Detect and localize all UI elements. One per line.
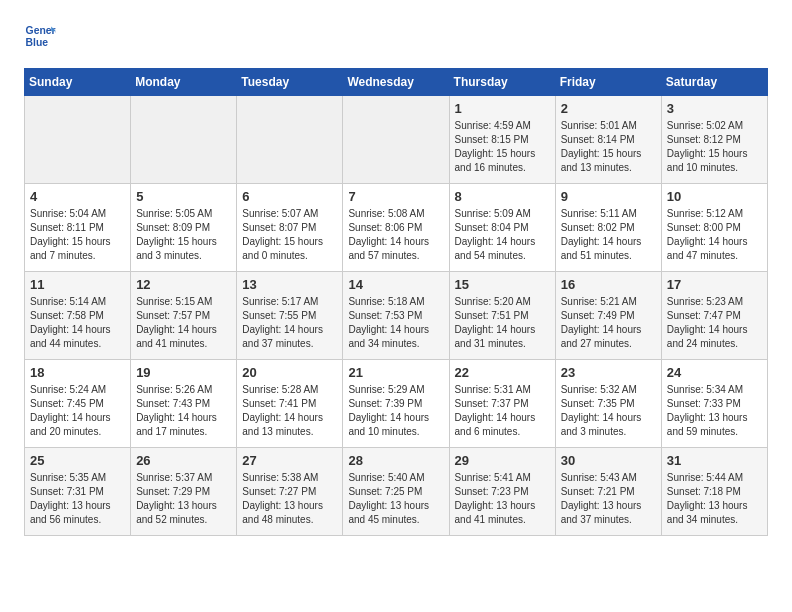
day-number: 17	[667, 277, 762, 292]
calendar-cell: 28Sunrise: 5:40 AM Sunset: 7:25 PM Dayli…	[343, 448, 449, 536]
day-info: Sunrise: 5:43 AM Sunset: 7:21 PM Dayligh…	[561, 471, 656, 527]
day-number: 10	[667, 189, 762, 204]
calendar-cell: 19Sunrise: 5:26 AM Sunset: 7:43 PM Dayli…	[131, 360, 237, 448]
day-number: 23	[561, 365, 656, 380]
day-number: 29	[455, 453, 550, 468]
day-info: Sunrise: 5:08 AM Sunset: 8:06 PM Dayligh…	[348, 207, 443, 263]
day-info: Sunrise: 5:31 AM Sunset: 7:37 PM Dayligh…	[455, 383, 550, 439]
svg-text:Blue: Blue	[26, 37, 49, 48]
calendar-cell: 15Sunrise: 5:20 AM Sunset: 7:51 PM Dayli…	[449, 272, 555, 360]
day-info: Sunrise: 5:44 AM Sunset: 7:18 PM Dayligh…	[667, 471, 762, 527]
weekday-header: Saturday	[661, 69, 767, 96]
calendar-cell: 30Sunrise: 5:43 AM Sunset: 7:21 PM Dayli…	[555, 448, 661, 536]
day-info: Sunrise: 5:18 AM Sunset: 7:53 PM Dayligh…	[348, 295, 443, 351]
day-info: Sunrise: 5:37 AM Sunset: 7:29 PM Dayligh…	[136, 471, 231, 527]
calendar-week-row: 25Sunrise: 5:35 AM Sunset: 7:31 PM Dayli…	[25, 448, 768, 536]
day-number: 4	[30, 189, 125, 204]
calendar-cell: 26Sunrise: 5:37 AM Sunset: 7:29 PM Dayli…	[131, 448, 237, 536]
calendar-cell: 31Sunrise: 5:44 AM Sunset: 7:18 PM Dayli…	[661, 448, 767, 536]
day-number: 13	[242, 277, 337, 292]
day-number: 15	[455, 277, 550, 292]
day-number: 5	[136, 189, 231, 204]
day-number: 3	[667, 101, 762, 116]
day-info: Sunrise: 5:09 AM Sunset: 8:04 PM Dayligh…	[455, 207, 550, 263]
calendar-cell: 5Sunrise: 5:05 AM Sunset: 8:09 PM Daylig…	[131, 184, 237, 272]
day-info: Sunrise: 5:32 AM Sunset: 7:35 PM Dayligh…	[561, 383, 656, 439]
calendar-table: SundayMondayTuesdayWednesdayThursdayFrid…	[24, 68, 768, 536]
day-info: Sunrise: 5:38 AM Sunset: 7:27 PM Dayligh…	[242, 471, 337, 527]
calendar-cell: 17Sunrise: 5:23 AM Sunset: 7:47 PM Dayli…	[661, 272, 767, 360]
day-info: Sunrise: 5:05 AM Sunset: 8:09 PM Dayligh…	[136, 207, 231, 263]
calendar-cell: 25Sunrise: 5:35 AM Sunset: 7:31 PM Dayli…	[25, 448, 131, 536]
calendar-cell	[237, 96, 343, 184]
day-info: Sunrise: 5:28 AM Sunset: 7:41 PM Dayligh…	[242, 383, 337, 439]
day-number: 18	[30, 365, 125, 380]
day-info: Sunrise: 5:01 AM Sunset: 8:14 PM Dayligh…	[561, 119, 656, 175]
day-info: Sunrise: 5:24 AM Sunset: 7:45 PM Dayligh…	[30, 383, 125, 439]
day-number: 26	[136, 453, 231, 468]
weekday-header: Sunday	[25, 69, 131, 96]
logo-icon: General Blue	[24, 20, 56, 52]
weekday-header: Thursday	[449, 69, 555, 96]
calendar-cell: 13Sunrise: 5:17 AM Sunset: 7:55 PM Dayli…	[237, 272, 343, 360]
calendar-cell: 14Sunrise: 5:18 AM Sunset: 7:53 PM Dayli…	[343, 272, 449, 360]
calendar-week-row: 18Sunrise: 5:24 AM Sunset: 7:45 PM Dayli…	[25, 360, 768, 448]
calendar-cell: 3Sunrise: 5:02 AM Sunset: 8:12 PM Daylig…	[661, 96, 767, 184]
page-header: General Blue	[24, 20, 768, 52]
day-number: 24	[667, 365, 762, 380]
calendar-cell: 8Sunrise: 5:09 AM Sunset: 8:04 PM Daylig…	[449, 184, 555, 272]
day-number: 21	[348, 365, 443, 380]
calendar-cell: 23Sunrise: 5:32 AM Sunset: 7:35 PM Dayli…	[555, 360, 661, 448]
day-number: 11	[30, 277, 125, 292]
day-number: 20	[242, 365, 337, 380]
weekday-header: Monday	[131, 69, 237, 96]
calendar-cell: 22Sunrise: 5:31 AM Sunset: 7:37 PM Dayli…	[449, 360, 555, 448]
calendar-cell: 1Sunrise: 4:59 AM Sunset: 8:15 PM Daylig…	[449, 96, 555, 184]
day-number: 19	[136, 365, 231, 380]
day-number: 16	[561, 277, 656, 292]
weekday-header: Tuesday	[237, 69, 343, 96]
day-number: 1	[455, 101, 550, 116]
day-info: Sunrise: 5:12 AM Sunset: 8:00 PM Dayligh…	[667, 207, 762, 263]
day-info: Sunrise: 5:21 AM Sunset: 7:49 PM Dayligh…	[561, 295, 656, 351]
weekday-header: Wednesday	[343, 69, 449, 96]
calendar-week-row: 4Sunrise: 5:04 AM Sunset: 8:11 PM Daylig…	[25, 184, 768, 272]
calendar-week-row: 1Sunrise: 4:59 AM Sunset: 8:15 PM Daylig…	[25, 96, 768, 184]
day-number: 6	[242, 189, 337, 204]
calendar-cell: 6Sunrise: 5:07 AM Sunset: 8:07 PM Daylig…	[237, 184, 343, 272]
day-number: 28	[348, 453, 443, 468]
day-info: Sunrise: 5:17 AM Sunset: 7:55 PM Dayligh…	[242, 295, 337, 351]
calendar-cell: 7Sunrise: 5:08 AM Sunset: 8:06 PM Daylig…	[343, 184, 449, 272]
day-info: Sunrise: 5:15 AM Sunset: 7:57 PM Dayligh…	[136, 295, 231, 351]
day-number: 7	[348, 189, 443, 204]
calendar-cell: 27Sunrise: 5:38 AM Sunset: 7:27 PM Dayli…	[237, 448, 343, 536]
day-info: Sunrise: 5:26 AM Sunset: 7:43 PM Dayligh…	[136, 383, 231, 439]
calendar-cell: 11Sunrise: 5:14 AM Sunset: 7:58 PM Dayli…	[25, 272, 131, 360]
calendar-cell: 12Sunrise: 5:15 AM Sunset: 7:57 PM Dayli…	[131, 272, 237, 360]
day-number: 31	[667, 453, 762, 468]
weekday-header: Friday	[555, 69, 661, 96]
calendar-cell: 20Sunrise: 5:28 AM Sunset: 7:41 PM Dayli…	[237, 360, 343, 448]
calendar-cell: 21Sunrise: 5:29 AM Sunset: 7:39 PM Dayli…	[343, 360, 449, 448]
logo: General Blue	[24, 20, 56, 52]
calendar-cell: 9Sunrise: 5:11 AM Sunset: 8:02 PM Daylig…	[555, 184, 661, 272]
day-number: 30	[561, 453, 656, 468]
calendar-cell	[343, 96, 449, 184]
day-number: 2	[561, 101, 656, 116]
day-info: Sunrise: 5:07 AM Sunset: 8:07 PM Dayligh…	[242, 207, 337, 263]
day-info: Sunrise: 5:11 AM Sunset: 8:02 PM Dayligh…	[561, 207, 656, 263]
calendar-cell	[25, 96, 131, 184]
calendar-cell: 16Sunrise: 5:21 AM Sunset: 7:49 PM Dayli…	[555, 272, 661, 360]
calendar-week-row: 11Sunrise: 5:14 AM Sunset: 7:58 PM Dayli…	[25, 272, 768, 360]
day-info: Sunrise: 5:29 AM Sunset: 7:39 PM Dayligh…	[348, 383, 443, 439]
day-number: 8	[455, 189, 550, 204]
day-info: Sunrise: 5:04 AM Sunset: 8:11 PM Dayligh…	[30, 207, 125, 263]
day-number: 9	[561, 189, 656, 204]
calendar-cell	[131, 96, 237, 184]
calendar-cell: 29Sunrise: 5:41 AM Sunset: 7:23 PM Dayli…	[449, 448, 555, 536]
day-info: Sunrise: 5:40 AM Sunset: 7:25 PM Dayligh…	[348, 471, 443, 527]
calendar-cell: 24Sunrise: 5:34 AM Sunset: 7:33 PM Dayli…	[661, 360, 767, 448]
day-info: Sunrise: 5:34 AM Sunset: 7:33 PM Dayligh…	[667, 383, 762, 439]
day-number: 12	[136, 277, 231, 292]
calendar-cell: 4Sunrise: 5:04 AM Sunset: 8:11 PM Daylig…	[25, 184, 131, 272]
